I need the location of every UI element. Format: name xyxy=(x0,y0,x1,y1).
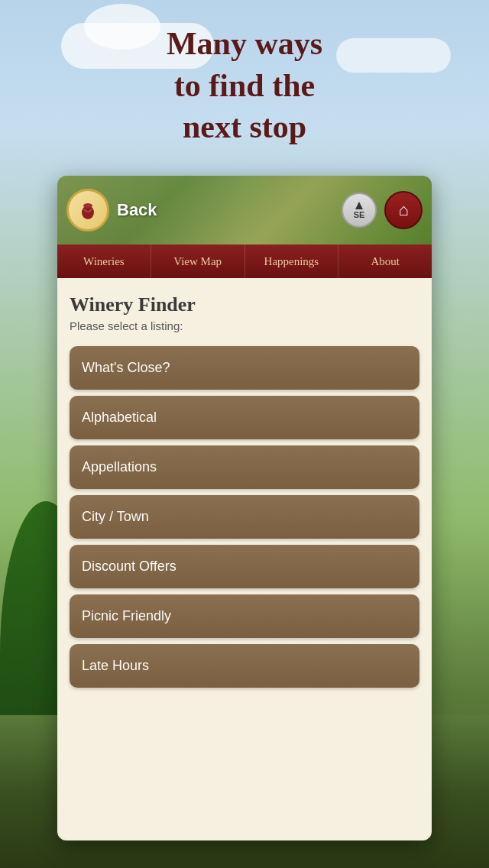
home-icon: ⌂ xyxy=(398,200,408,220)
nav-item-happenings[interactable]: Happenings xyxy=(245,245,339,278)
app-header: Back SE ⌂ xyxy=(57,176,432,245)
menu-item-whats-close[interactable]: What's Close? xyxy=(70,346,419,390)
title-line1: Many ways xyxy=(167,26,322,61)
menu-item-city-town[interactable]: City / Town xyxy=(70,495,419,539)
menu-item-picnic-friendly[interactable]: Picnic Friendly xyxy=(70,594,419,638)
menu-item-discount-offers[interactable]: Discount Offers xyxy=(70,545,419,588)
menu-item-late-hours[interactable]: Late Hours xyxy=(70,644,419,688)
menu-item-alphabetical[interactable]: Alphabetical xyxy=(70,396,419,439)
title-line2: to find the xyxy=(174,68,315,103)
page-title: Many ways to find the next stop xyxy=(0,23,489,148)
menu-list: What's Close? Alphabetical Appellations … xyxy=(70,346,419,688)
section-subtitle: Please select a listing: xyxy=(70,319,419,332)
nav-item-view-map[interactable]: View Map xyxy=(151,245,245,278)
compass-arrow-icon xyxy=(355,202,363,209)
logo-button[interactable] xyxy=(66,189,109,232)
compass-button[interactable]: SE xyxy=(342,193,377,228)
nav-item-wineries[interactable]: Wineries xyxy=(57,245,151,278)
compass-label: SE xyxy=(354,210,365,219)
wine-logo-icon xyxy=(76,199,99,222)
menu-item-appellations[interactable]: Appellations xyxy=(70,445,419,489)
svg-point-2 xyxy=(83,203,92,208)
app-container: Back SE ⌂ Wineries View Map Happenings A… xyxy=(57,176,432,840)
nav-item-about[interactable]: About xyxy=(338,245,432,278)
content-area: Winery Finder Please select a listing: W… xyxy=(57,278,432,840)
title-line3: next stop xyxy=(183,109,306,144)
section-title: Winery Finder xyxy=(70,293,419,316)
header-right-controls: SE ⌂ xyxy=(342,191,423,229)
navigation-bar: Wineries View Map Happenings About xyxy=(57,245,432,278)
home-button[interactable]: ⌂ xyxy=(384,191,423,229)
back-button[interactable]: Back xyxy=(117,200,157,220)
